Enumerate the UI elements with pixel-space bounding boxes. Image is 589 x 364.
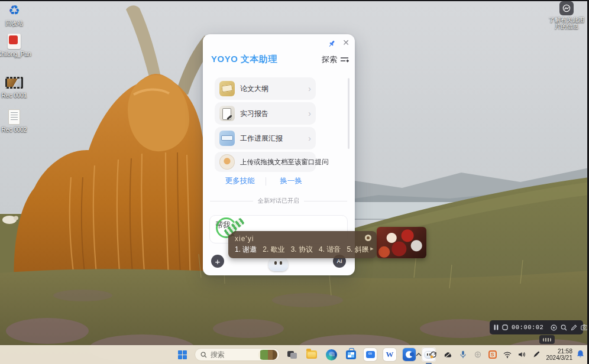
notebook-card-icon: [219, 106, 235, 121]
icon-label: Rec 0002: [0, 126, 33, 133]
picture-info-icon: [559, 1, 574, 15]
ime-skin-artwork[interactable]: [377, 227, 426, 258]
chevron-right-icon: ›: [308, 84, 311, 93]
microphone-icon[interactable]: [458, 349, 468, 360]
document-file-icon: [8, 109, 20, 125]
ime-candidate-4[interactable]: 4. 谐音: [319, 245, 341, 255]
ime-logo-icon[interactable]: [365, 235, 371, 241]
ime-candidate-1[interactable]: 1. 谢邀: [235, 245, 257, 255]
upload-badge-icon: [219, 154, 235, 170]
windows-logo-icon: [178, 350, 187, 359]
skill-card-thesis-outline[interactable]: 论文大纲 ›: [215, 77, 316, 100]
wifi-icon[interactable]: [502, 349, 513, 360]
ime-pinyin-text: xie'yi: [235, 235, 254, 243]
ime-pager-arrows[interactable]: ◀ ▶: [364, 246, 375, 251]
video-meeting-app-button[interactable]: [363, 347, 377, 362]
explore-label: 探索: [322, 54, 337, 65]
desktop-icon-spotlight[interactable]: 了解有关此图片的信息: [548, 1, 585, 30]
clock-time: 21:58: [546, 348, 573, 355]
notification-bell-icon[interactable]: [577, 350, 584, 360]
store-bag-icon: [346, 350, 356, 359]
task-view-icon: [287, 351, 297, 359]
cloud-off-icon[interactable]: [443, 349, 454, 360]
device-dimmed-icon[interactable]: [473, 349, 483, 360]
clock-date: 2024/3/21: [546, 355, 573, 361]
desktop-screen: { "colors": { "accent_blue": "#3E9BF0", …: [0, 0, 589, 364]
start-button[interactable]: [175, 347, 189, 362]
wps-office-button[interactable]: W: [383, 347, 397, 362]
taskbar-search[interactable]: 搜索: [195, 348, 280, 361]
taskbar-clock[interactable]: 21:58 2024/3/21: [546, 348, 573, 361]
ime-candidate-list: 1. 谢邀 2. 歇业 3. 协议 4. 谐音 5. 斜眼: [235, 245, 361, 255]
recording-timer: 00:00:02: [512, 324, 543, 331]
add-attachment-button[interactable]: +: [211, 255, 224, 268]
shuffle-link[interactable]: 换一换: [266, 176, 317, 186]
pin-icon[interactable]: [327, 39, 336, 48]
ime-candidate-2[interactable]: 2. 歇业: [263, 245, 284, 255]
chevron-right-icon: ›: [308, 109, 311, 118]
edge-browser-button[interactable]: [324, 347, 338, 362]
webcam-icon[interactable]: [551, 324, 557, 331]
skill-card-internship-report[interactable]: 实习报告 ›: [215, 102, 316, 125]
wps-w-icon: W: [386, 350, 394, 359]
video-file-icon: [5, 77, 23, 89]
panel-scrollbar[interactable]: [348, 78, 349, 149]
session-divider-text: 全新对话已开启: [258, 197, 299, 205]
icon-label: Rec 0001: [0, 92, 33, 99]
edge-browser-icon: [326, 349, 337, 360]
panel-title: YOYO 文本助理: [211, 54, 277, 65]
sogou-ime-icon[interactable]: S: [487, 349, 498, 360]
ime-mini-statusbar[interactable]: [539, 335, 555, 344]
file-explorer-button[interactable]: [305, 347, 319, 362]
pencil-icon[interactable]: [571, 324, 577, 331]
taskbar: 搜索 W S: [0, 345, 589, 364]
banner-card-icon: [219, 131, 235, 146]
desktop-icon-rec-0001[interactable]: Rec 0001: [0, 74, 33, 99]
desktop-icon-chilong-pan[interactable]: Chilong_Pan: [0, 33, 33, 57]
desktop-icon-recycle-bin[interactable]: ♻ 回收站: [0, 2, 33, 27]
stop-icon[interactable]: [502, 324, 508, 330]
search-highlight-image: [258, 350, 277, 360]
spotlight-label: 了解有关此图片的信息: [548, 17, 585, 30]
skill-card-work-progress[interactable]: 工作进展汇报 ›: [215, 127, 316, 150]
crescent-app-icon: [406, 351, 413, 358]
app-file-icon: [8, 34, 21, 49]
menu-lines-icon: [340, 56, 349, 63]
tray-expand-chevron[interactable]: [413, 349, 424, 360]
recycle-bin-icon: ♻: [8, 4, 20, 17]
pen-icon[interactable]: [532, 349, 542, 360]
video-app-icon: [366, 351, 375, 358]
upload-document-card[interactable]: 上传或拖拽文档至该窗口提问: [215, 152, 316, 172]
icon-label: 回收站: [0, 20, 33, 27]
microsoft-store-button[interactable]: [344, 347, 358, 362]
folder-icon: [306, 350, 317, 359]
desktop-icon-rec-0002[interactable]: Rec 0002: [0, 109, 33, 133]
more-skills-link[interactable]: 更多技能: [215, 176, 266, 186]
search-icon: [200, 352, 207, 358]
volume-icon[interactable]: [517, 349, 527, 360]
explore-button[interactable]: 探索: [322, 54, 349, 65]
search-placeholder: 搜索: [211, 350, 255, 360]
pause-icon[interactable]: [494, 324, 499, 330]
recording-toolbar: 00:00:02: [490, 320, 583, 334]
session-divider: 全新对话已开启: [210, 197, 347, 205]
task-view-button[interactable]: [285, 347, 299, 362]
screen-edge-top: [0, 0, 589, 1]
icon-label: Chilong_Pan: [0, 51, 33, 57]
chevron-right-icon: ›: [308, 134, 311, 142]
close-icon[interactable]: ✕: [341, 38, 351, 47]
ime-candidate-3[interactable]: 3. 协议: [291, 245, 313, 255]
sync-status-icon[interactable]: [428, 349, 439, 360]
summary-card-icon: [219, 81, 235, 96]
zoom-icon[interactable]: [561, 324, 567, 331]
